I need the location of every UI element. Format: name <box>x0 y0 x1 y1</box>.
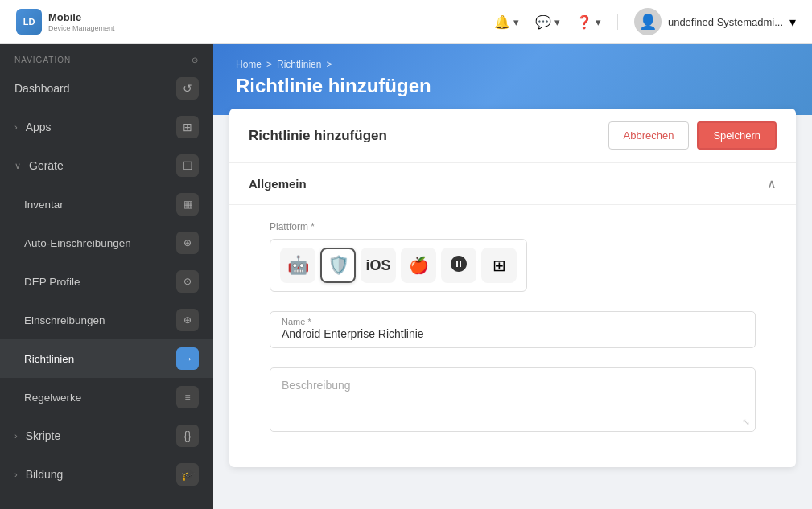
logo-text: Mobile Device Management <box>48 11 115 32</box>
content-header: Home > Richtlinien > Richtlinie hinzufüg… <box>213 44 812 115</box>
cancel-button[interactable]: Abbrechen <box>608 121 690 150</box>
help-icon: ❓ <box>576 14 592 30</box>
sidebar-item-bildung[interactable]: › Bildung 🎓 <box>0 455 213 494</box>
nav-section-label: NAVIGATION ⊙ <box>0 44 213 69</box>
richtlinien-icon: → <box>176 347 199 370</box>
android-enterprise-icon: 🛡️ <box>328 255 349 276</box>
skripte-icon: {} <box>176 425 199 447</box>
auto-icon: ⊕ <box>176 232 199 254</box>
sidebar-item-inventar[interactable]: Inventar ▦ <box>0 185 213 224</box>
logo-title: Mobile <box>48 11 115 24</box>
description-form-group: Beschreibung ⤡ <box>270 367 756 432</box>
bildung-arrow-icon: › <box>14 470 18 479</box>
main-layout: NAVIGATION ⊙ Dashboard ↺ › Apps ⊞ ∨ Gerä… <box>0 44 812 509</box>
android-icon: 🤖 <box>287 255 309 276</box>
sidebar-item-regelwerke[interactable]: Regelwerke ≡ <box>0 378 213 417</box>
breadcrumb-sep2: > <box>326 59 332 70</box>
sidebar-item-apps[interactable]: › Apps ⊞ <box>0 108 213 146</box>
name-float-label: Name * <box>282 317 311 326</box>
save-button[interactable]: Speichern <box>697 121 777 150</box>
sidebar-dashboard-label: Dashboard <box>14 82 70 95</box>
sidebar-bildung-label: Bildung <box>26 468 64 481</box>
dep-icon: ⊙ <box>176 270 199 293</box>
sidebar-dep-label: DEP Profile <box>24 276 80 288</box>
user-section[interactable]: 👤 undefined Systemadmi... ▾ <box>634 8 796 35</box>
logo-subtitle: Device Management <box>48 24 115 32</box>
sidebar-item-einschreibungen[interactable]: Einschreibungen ⊕ <box>0 301 213 339</box>
sidebar-item-einschreibungen-left: Einschreibungen <box>24 314 105 326</box>
breadcrumb: Home > Richtlinien > <box>236 59 789 70</box>
sidebar-item-inventar-left: Inventar <box>24 199 64 211</box>
chat-button[interactable]: 💬 ▾ <box>535 14 560 30</box>
mac-icon: 🍎 <box>409 256 429 275</box>
sidebar-item-dep-profile[interactable]: DEP Profile ⊙ <box>0 262 213 301</box>
apps-icon: ⊞ <box>176 116 199 138</box>
card-title: Richtlinie hinzufügen <box>249 128 387 144</box>
logo-box: LD <box>16 9 42 35</box>
platform-android-button[interactable]: 🤖 <box>280 248 315 283</box>
card-body: Allgemein ∧ Plattform * 🤖 <box>229 163 796 467</box>
bell-icon: 🔔 <box>494 14 510 30</box>
name-input-wrapper[interactable]: Name * Android Enterprise Richtlinie <box>270 311 756 348</box>
header-actions: 🔔 ▾ 💬 ▾ ❓ ▾ 👤 undefined Systemadmi... ▾ <box>494 8 796 35</box>
sidebar-regelwerke-label: Regelwerke <box>24 392 81 404</box>
platform-ios-button[interactable]: iOS <box>361 248 396 283</box>
bell-chevron: ▾ <box>513 16 519 28</box>
platform-windows-button[interactable]: ⊞ <box>481 248 517 283</box>
sidebar-item-auto-left: Auto-Einschreibungen <box>24 237 131 249</box>
sidebar: NAVIGATION ⊙ Dashboard ↺ › Apps ⊞ ∨ Gerä… <box>0 44 213 509</box>
sidebar-geraete-label: Geräte <box>29 159 64 172</box>
header-divider <box>617 14 618 30</box>
platform-android-enterprise-button[interactable]: 🛡️ <box>320 248 356 283</box>
appletv-icon <box>449 254 468 277</box>
sidebar-item-apps-left: › Apps <box>14 121 52 133</box>
allgemein-section-title: Allgemein <box>249 177 307 191</box>
sidebar-item-skripte-left: › Skripte <box>14 429 60 442</box>
allgemein-chevron-icon: ∧ <box>767 176 777 191</box>
ios-icon: iOS <box>365 257 390 274</box>
platform-appletv-button[interactable] <box>441 248 476 283</box>
einschreibungen-icon: ⊕ <box>176 309 199 331</box>
chat-icon: 💬 <box>535 14 551 30</box>
sidebar-item-dashboard-left: Dashboard <box>14 82 70 95</box>
platform-label: Plattform * <box>270 221 756 232</box>
sidebar-item-dashboard[interactable]: Dashboard ↺ <box>0 69 213 108</box>
sidebar-item-richtlinien-left: Richtlinien <box>24 353 74 365</box>
breadcrumb-richtlinien: Richtlinien <box>277 59 321 70</box>
geraete-arrow-icon: ∨ <box>14 161 21 171</box>
sidebar-item-skripte[interactable]: › Skripte {} <box>0 417 213 455</box>
help-chevron: ▾ <box>596 16 601 28</box>
card-actions: Abbrechen Speichern <box>608 121 777 150</box>
geraete-icon: ☐ <box>176 154 199 177</box>
bildung-icon: 🎓 <box>176 463 199 486</box>
nav-icon: ⊙ <box>192 55 199 64</box>
logo: LD Mobile Device Management <box>16 9 115 35</box>
bell-button[interactable]: 🔔 ▾ <box>494 14 519 30</box>
name-form-group: Name * Android Enterprise Richtlinie <box>270 311 756 348</box>
breadcrumb-home: Home <box>236 59 262 70</box>
sidebar-item-auto-einschreibungen[interactable]: Auto-Einschreibungen ⊕ <box>0 224 213 262</box>
chat-chevron: ▾ <box>554 16 560 28</box>
content: Home > Richtlinien > Richtlinie hinzufüg… <box>213 44 812 509</box>
card: Richtlinie hinzufügen Abbrechen Speicher… <box>229 109 796 467</box>
breadcrumb-sep1: > <box>266 59 272 70</box>
allgemein-section-header[interactable]: Allgemein ∧ <box>229 163 796 205</box>
dashboard-icon: ↺ <box>176 77 199 100</box>
sidebar-item-geraete[interactable]: ∨ Geräte ☐ <box>0 146 213 185</box>
help-button[interactable]: ❓ ▾ <box>576 14 601 30</box>
platform-form-group: Plattform * 🤖 🛡️ <box>270 221 756 292</box>
allgemein-section-body: Plattform * 🤖 🛡️ <box>229 205 796 467</box>
description-textarea-wrapper[interactable]: Beschreibung ⤡ <box>270 367 756 432</box>
sidebar-item-bildung-left: › Bildung <box>14 468 63 481</box>
sidebar-item-dep-left: DEP Profile <box>24 276 80 288</box>
platform-selector: 🤖 🛡️ iOS 🍎 <box>270 239 527 292</box>
sidebar-auto-label: Auto-Einschreibungen <box>24 237 131 249</box>
user-avatar: 👤 <box>634 8 662 35</box>
sidebar-einschreibungen-label: Einschreibungen <box>24 314 105 326</box>
sidebar-item-richtlinien[interactable]: Richtlinien → <box>0 339 213 378</box>
header: LD Mobile Device Management 🔔 ▾ 💬 ▾ ❓ ▾ … <box>0 0 812 44</box>
platform-mac-button[interactable]: 🍎 <box>401 248 436 283</box>
name-input-value: Android Enterprise Richtlinie <box>282 327 424 340</box>
skripte-arrow-icon: › <box>14 431 18 441</box>
sidebar-item-geraete-left: ∨ Geräte <box>14 159 64 172</box>
